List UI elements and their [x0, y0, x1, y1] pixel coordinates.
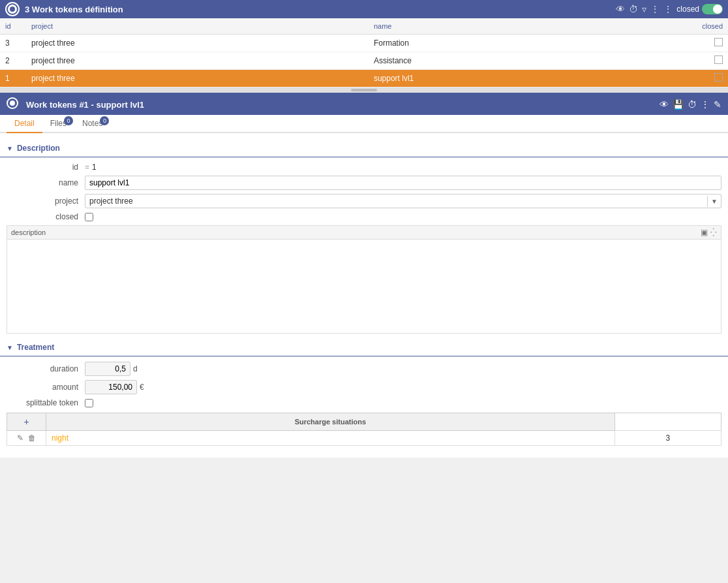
- page-title: 3 Work tokens définition: [25, 5, 616, 14]
- splittable-checkbox[interactable]: [85, 399, 93, 407]
- id-row: id = 1: [0, 163, 728, 172]
- files-badge: 0: [64, 116, 73, 125]
- name-label: name: [7, 178, 85, 187]
- work-tokens-table: id project name closed 3 project three F…: [0, 18, 728, 87]
- project-value-wrapper: project three ▼: [85, 194, 721, 208]
- project-select-wrapper: project three ▼: [85, 194, 721, 208]
- duration-input[interactable]: [85, 362, 130, 376]
- cell-project: project three: [26, 52, 369, 70]
- cell-closed[interactable]: [689, 70, 728, 87]
- tab-detail[interactable]: Detail: [7, 115, 42, 133]
- treatment-section-header: ▼ Treatment: [0, 339, 728, 356]
- description-box-header: description ▣ ⁛: [7, 226, 721, 240]
- name-value-wrapper: [85, 176, 721, 190]
- duration-unit: d: [133, 364, 138, 373]
- surcharge-edit-icon[interactable]: ✎: [17, 433, 23, 443]
- surcharge-delete-icon[interactable]: 🗑: [28, 433, 36, 443]
- detail-more-icon[interactable]: ⋮: [701, 99, 710, 110]
- closed-checkbox[interactable]: [714, 55, 723, 64]
- project-select-arrow[interactable]: ▼: [707, 196, 721, 207]
- description-textarea[interactable]: [7, 240, 721, 331]
- surcharge-add-button[interactable]: +: [23, 417, 29, 427]
- svg-point-3: [10, 101, 15, 106]
- main-table-area: id project name closed 3 project three F…: [0, 18, 728, 87]
- id-display: = 1: [85, 163, 97, 172]
- surcharge-situation-cell: night: [46, 431, 615, 446]
- description-box: description ▣ ⁛: [7, 225, 721, 334]
- detail-eye-icon[interactable]: 👁: [660, 99, 669, 110]
- desc-icon-2[interactable]: ⁛: [710, 228, 717, 237]
- project-row: project project three ▼: [0, 194, 728, 208]
- detail-save-icon[interactable]: 💾: [673, 99, 684, 110]
- cell-project: project three: [26, 35, 369, 52]
- project-select-value: project three: [85, 195, 137, 208]
- closed-toggle-switch[interactable]: [702, 4, 723, 14]
- desc-icon-1[interactable]: ▣: [701, 228, 708, 237]
- name-input[interactable]: [85, 176, 721, 190]
- project-label: project: [7, 197, 85, 206]
- eye-icon[interactable]: 👁: [616, 4, 625, 14]
- description-icons: ▣ ⁛: [701, 228, 717, 237]
- form-area: ▼ Description id = 1 name project projec…: [0, 133, 728, 458]
- cell-closed[interactable]: [689, 35, 728, 52]
- detail-panel: Work tokens #1 - support lvl1 👁 💾 ⏱ ⋮ ✎ …: [0, 93, 728, 458]
- detail-refresh-icon[interactable]: ⏱: [688, 99, 697, 110]
- treatment-section-title: Treatment: [17, 343, 54, 352]
- description-section-title: Description: [17, 144, 60, 153]
- closed-toggle[interactable]: closed: [676, 4, 723, 14]
- treatment-toggle[interactable]: ▼: [7, 344, 13, 351]
- cell-id: 1: [0, 70, 26, 87]
- col-header-project: project: [26, 18, 369, 35]
- id-label: id: [7, 163, 85, 172]
- svg-point-1: [10, 7, 15, 12]
- cell-name: support lvl1: [369, 70, 689, 87]
- detail-tabs: Detail Files 0 Notes 0: [0, 115, 728, 133]
- clock-icon[interactable]: ⏱: [629, 4, 638, 14]
- surcharge-value: 3: [665, 433, 670, 443]
- closed-checkbox[interactable]: [714, 38, 723, 46]
- surcharge-value-cell: 3: [614, 431, 721, 446]
- surcharge-situation-col: Surcharge situations: [46, 413, 615, 431]
- table-row-selected[interactable]: 1 project three support lvl1: [0, 70, 728, 87]
- amount-unit: €: [140, 383, 144, 392]
- surcharge-table: + Surcharge situations ✎ 🗑 night: [7, 413, 721, 446]
- tab-files[interactable]: Files 0: [42, 115, 74, 133]
- panel-divider[interactable]: [0, 87, 728, 93]
- tab-detail-label: Detail: [14, 119, 35, 128]
- cell-closed[interactable]: [689, 52, 728, 70]
- tab-notes[interactable]: Notes 0: [74, 115, 110, 133]
- more-icon[interactable]: ⋮: [663, 4, 673, 14]
- surcharge-actions: ✎ 🗑: [7, 431, 46, 446]
- divider-handle[interactable]: [351, 89, 377, 91]
- columns-icon[interactable]: ⋮: [650, 4, 660, 14]
- duration-row: duration d: [0, 362, 728, 376]
- app-logo: [5, 2, 20, 16]
- detail-edit-icon[interactable]: ✎: [714, 99, 721, 110]
- detail-logo: [7, 97, 21, 112]
- toggle-knob: [713, 5, 722, 14]
- closed-label: closed: [676, 5, 699, 14]
- toolbar-icons: 👁 ⏱ ▿ ⋮ ⋮ closed: [616, 4, 723, 14]
- col-header-id: id: [0, 18, 26, 35]
- cell-id: 3: [0, 35, 26, 52]
- table-row[interactable]: 3 project three Formation: [0, 35, 728, 52]
- closed-checkbox-checked[interactable]: [714, 73, 723, 82]
- detail-title: Work tokens #1 - support lvl1: [26, 100, 660, 110]
- splittable-label: splittable token: [7, 398, 85, 407]
- duration-input-group: d: [85, 362, 138, 376]
- col-header-closed: closed: [689, 18, 728, 35]
- closed-field-checkbox[interactable]: [85, 213, 93, 221]
- surcharge-add-col: +: [7, 413, 46, 431]
- duration-label: duration: [7, 364, 85, 373]
- id-equals: =: [85, 163, 89, 172]
- cell-id: 2: [0, 52, 26, 70]
- description-section-header: ▼ Description: [0, 140, 728, 157]
- surcharge-row: ✎ 🗑 night 3: [7, 431, 721, 446]
- closed-row: closed: [0, 212, 728, 221]
- surcharge-situation-value: night: [52, 433, 68, 443]
- description-toggle[interactable]: ▼: [7, 145, 13, 152]
- filter-icon[interactable]: ▿: [642, 4, 646, 14]
- amount-label: amount: [7, 383, 85, 392]
- table-row[interactable]: 2 project three Assistance: [0, 52, 728, 70]
- amount-input[interactable]: [85, 380, 137, 394]
